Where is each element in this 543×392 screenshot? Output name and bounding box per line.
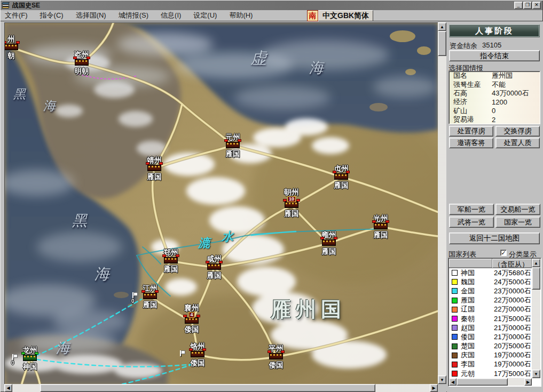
- scroll-up-icon[interactable]: ▲: [438, 22, 446, 31]
- city-name-label: 襄州: [168, 303, 216, 312]
- country-row[interactable]: 雁国22万0000石: [449, 296, 532, 305]
- city-marker[interactable]: 光州雁国: [357, 214, 405, 239]
- menu-item-city-report[interactable]: 城情报(S): [119, 11, 148, 20]
- countries-list-button[interactable]: 国家一览: [495, 217, 540, 228]
- country-row[interactable]: 魏国24万5000石: [449, 277, 532, 286]
- trade-ship-list-button[interactable]: 交易船一览: [495, 204, 540, 215]
- country-row[interactable]: 金国23万0000石: [449, 286, 532, 295]
- country-row[interactable]: 赵国21万0000石: [449, 323, 532, 332]
- map-viewport[interactable]: 虚海黑海黑海海漉水 雁州国 州朝盗州明朝元州雁国靖州雁国贞州雁国朝州10雁国光州…: [4, 22, 438, 384]
- castle-icon[interactable]: [23, 355, 37, 361]
- castle-flag-icon: [333, 171, 336, 173]
- castle-icon[interactable]: [143, 293, 157, 299]
- minimize-button[interactable]: _: [514, 2, 523, 9]
- exchange-captives-button[interactable]: 交换俘虏: [495, 126, 540, 137]
- city-marker[interactable]: 盗州明朝: [58, 50, 106, 75]
- return-to-twelve-countries-map-button[interactable]: 返回十二国地图: [449, 233, 540, 244]
- country-list: （含臣从） 神国24万5680石魏国24万5000石金国23万0000石雁国22…: [448, 258, 541, 387]
- castle-flag-icon: [155, 290, 159, 293]
- list-hscroll-thumb[interactable]: [457, 378, 508, 386]
- city-owner-label: 雁国: [130, 173, 178, 181]
- invite-guest-general-button[interactable]: 邀请客将: [449, 138, 493, 148]
- city-marker[interactable]: 咸州雁国: [190, 254, 238, 279]
- map-horizontal-scrollbar[interactable]: ◀ ▶: [4, 384, 438, 392]
- castle-icon[interactable]: [147, 165, 161, 171]
- country-row[interactable]: 庆国19万0000石: [449, 351, 532, 360]
- castle-icon[interactable]: [285, 202, 298, 208]
- castle-icon[interactable]: [269, 353, 283, 359]
- country-row[interactable]: 秦朝21万5000石: [449, 314, 532, 323]
- castle-icon[interactable]: [322, 239, 336, 246]
- castle-icon[interactable]: [374, 223, 388, 229]
- country-row[interactable]: 楚国20万5000石: [449, 342, 532, 351]
- castle-icon[interactable]: [4, 44, 18, 50]
- list-vscroll-thumb[interactable]: [532, 267, 540, 290]
- menu-item-command[interactable]: 指令(C): [40, 11, 64, 20]
- castle-icon[interactable]: [185, 317, 199, 324]
- city-marker[interactable]: 朝州10雁国: [267, 188, 316, 218]
- country-name: 雁国: [461, 295, 475, 305]
- scroll-left-icon[interactable]: ◀: [4, 384, 12, 392]
- city-marker[interactable]: 平州倭国: [252, 344, 300, 369]
- map-vscroll-track[interactable]: [438, 31, 446, 375]
- castle-icon[interactable]: [334, 173, 348, 180]
- scroll-right-icon[interactable]: ▶: [524, 378, 532, 386]
- city-marker[interactable]: 元州雁国: [209, 133, 257, 158]
- maximize-button[interactable]: ❐: [523, 2, 532, 9]
- city-marker[interactable]: 州朝: [4, 35, 35, 60]
- classify-display-checkbox[interactable]: ✓: [500, 250, 507, 256]
- country-kokudaka-value: 24万5000石: [494, 277, 531, 287]
- map-vscroll-thumb[interactable]: [438, 31, 446, 56]
- map-vertical-scrollbar[interactable]: ▲ ▼: [438, 22, 446, 384]
- scroll-down-icon[interactable]: ▼: [532, 370, 540, 378]
- country-row[interactable]: 辽国22万0000石: [449, 305, 532, 314]
- info-value: 不能: [492, 80, 506, 90]
- country-row[interactable]: 神国24万5680石: [449, 268, 532, 277]
- castle-flag-icon: [162, 254, 166, 257]
- ime-mode-label[interactable]: 中文GBK简体: [318, 10, 373, 21]
- menu-item-info[interactable]: 信息(I): [161, 11, 181, 20]
- menu-item-file[interactable]: 文件(F): [5, 11, 28, 20]
- map-hscroll-thumb[interactable]: [40, 384, 375, 392]
- country-row[interactable]: 倭国21万0000石: [449, 332, 532, 341]
- city-marker[interactable]: 靖州雁国: [130, 156, 178, 181]
- warship-list-button[interactable]: 军船一览: [449, 204, 494, 215]
- country-row[interactable]: 李国19万0000石: [449, 360, 532, 369]
- end-command-button[interactable]: 指令结束: [449, 50, 540, 61]
- city-marker[interactable]: 龙州神国0: [6, 346, 54, 371]
- info-label: 经济: [453, 97, 491, 107]
- city-marker[interactable]: 烙州倭国: [174, 342, 222, 367]
- city-marker[interactable]: 贞州雁国: [317, 164, 365, 189]
- ime-indicator[interactable]: 南 中文GBK简体: [307, 10, 373, 21]
- list-hscroll-track[interactable]: [508, 378, 524, 386]
- country-list-vscrollbar[interactable]: ▲ ▼: [532, 259, 540, 378]
- country-kokudaka-value: 19万0000石: [494, 350, 531, 360]
- dispose-captives-button[interactable]: 处置俘虏: [449, 126, 493, 137]
- scroll-right-icon[interactable]: ▶: [430, 384, 438, 392]
- scroll-down-icon[interactable]: ▼: [438, 375, 446, 384]
- generals-list-button[interactable]: 武将一览: [449, 217, 494, 228]
- country-row[interactable]: 元朝17万5000石: [449, 369, 532, 378]
- city-marker[interactable]: 雍州雁国: [305, 230, 353, 255]
- country-list-hscrollbar[interactable]: ◀ ▶: [449, 378, 532, 386]
- city-marker[interactable]: 江州雁国0: [126, 284, 174, 309]
- close-button[interactable]: ✕: [532, 2, 541, 9]
- castle-icon[interactable]: [191, 351, 204, 357]
- castle-wrap: [147, 257, 195, 265]
- castle-flag-icon: [283, 199, 287, 202]
- menu-item-select-country[interactable]: 选择国(N): [76, 11, 106, 20]
- city-name-label: 元州: [209, 133, 257, 141]
- scroll-up-icon[interactable]: ▲: [532, 259, 540, 267]
- city-marker[interactable]: 襄州4倭国: [168, 303, 216, 333]
- menu-item-help[interactable]: 帮助(H): [229, 11, 253, 20]
- menu-item-settings[interactable]: 设定(U): [193, 11, 217, 20]
- ime-badge-icon[interactable]: 南: [307, 10, 318, 21]
- castle-icon[interactable]: [226, 142, 240, 148]
- dispose-hostage-button[interactable]: 处置人质: [495, 138, 540, 148]
- castle-icon[interactable]: [164, 257, 178, 263]
- city-marker[interactable]: 郑州雁国: [147, 248, 195, 273]
- castle-icon[interactable]: [207, 263, 221, 270]
- castle-icon[interactable]: [75, 59, 89, 66]
- scroll-left-icon[interactable]: ◀: [449, 378, 457, 386]
- sea-name-label: 黑: [72, 211, 87, 231]
